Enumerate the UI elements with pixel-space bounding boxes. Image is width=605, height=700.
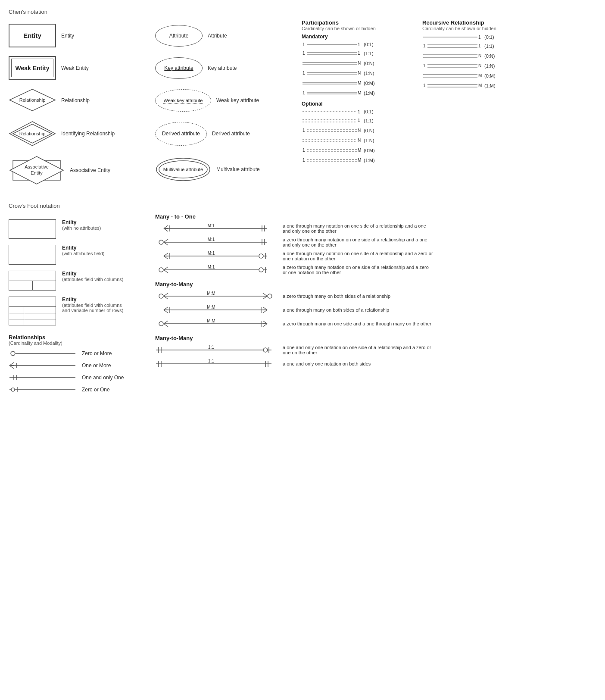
m1-diagram-3: M:1 — [155, 265, 276, 275]
svg-text:N: N — [478, 63, 481, 68]
mm-row-2: M:M a zero through many on one side and … — [155, 319, 596, 329]
svg-text:Multivalue attribute: Multivalue attribute — [163, 167, 203, 172]
rec-row-2: N (0:N) — [422, 52, 534, 60]
entity-label-inside: Entity — [23, 32, 41, 39]
svg-point-111 — [159, 268, 163, 272]
derived-attr-label: Derived attribute — [212, 131, 264, 137]
svg-text:1: 1 — [302, 51, 305, 56]
m1-diagram-0: M:1 — [155, 223, 276, 234]
multivalue-attr-shape: Multivalue attribute — [155, 157, 211, 181]
part-notation-0: (0:1) — [364, 42, 374, 47]
svg-text:1: 1 — [302, 148, 305, 153]
cf-entity-rows-sublabel: (attributes field with columns and varia… — [62, 303, 127, 313]
svg-text:1: 1 — [478, 35, 481, 40]
rel-zero-more: Zero or More — [9, 349, 142, 358]
rec-line-5: 1 M — [422, 81, 483, 90]
cf-entity-simple-shape — [9, 219, 56, 239]
mm-desc-2: a zero through many on one side and a on… — [283, 321, 431, 326]
svg-text:1: 1 — [423, 63, 426, 68]
zero-or-one-icon — [9, 385, 78, 394]
rel-zero-one: Zero or One — [9, 385, 142, 394]
weak-entity-row: Weak Entity Weak Entity — [9, 52, 155, 84]
opt-line-1: 1 — [302, 116, 362, 125]
svg-text:M:1: M:1 — [208, 251, 215, 256]
opt-row-2: 1 N (0:N) — [302, 126, 414, 135]
rec-notation-5: (1:M) — [484, 83, 496, 88]
cf-entity-cols-label: Entity — [62, 271, 123, 277]
derived-attr-shape: Derived attribute — [155, 122, 207, 146]
part-notation-2: (0:N) — [364, 61, 374, 66]
rel-one-more: One or More — [9, 361, 142, 370]
page-container: Chen's notation Entity Entity Weak Entit… — [9, 9, 596, 397]
svg-text:1: 1 — [358, 118, 360, 123]
svg-line-126 — [263, 296, 267, 299]
cf-entity-rows-shape — [9, 297, 56, 325]
participations-block: Participations Cardinality can be shown … — [302, 19, 414, 190]
svg-point-95 — [159, 240, 163, 244]
rec-row-0: 1 (0:1) — [422, 34, 534, 41]
crows-title: Crow's Foot notation — [9, 203, 596, 209]
rec-row-5: 1 M (1:M) — [422, 81, 534, 90]
attribute-label: Attribute — [208, 33, 259, 39]
attribute-inside: Attribute — [169, 33, 189, 39]
svg-text:1: 1 — [423, 44, 426, 48]
svg-line-103 — [164, 253, 168, 256]
cf-entity-attr-label-block: Entity (with attributes field) — [62, 245, 104, 256]
svg-line-76 — [9, 362, 14, 366]
cf-entity-rows-label-block: Entity (attributes field with columns an… — [62, 297, 127, 313]
svg-text:1:1: 1:1 — [208, 359, 214, 363]
svg-line-141 — [164, 324, 168, 327]
svg-line-120 — [164, 293, 168, 296]
m1-diagram-1: M:1 — [155, 237, 276, 247]
rec-line-3: 1 N — [422, 62, 483, 70]
svg-text:1: 1 — [358, 109, 360, 114]
mm-desc-0: a zero through many on both sides of a r… — [283, 294, 390, 299]
attribute-shape: Attribute — [155, 25, 203, 47]
svg-point-152 — [263, 348, 268, 352]
multivalue-attr-label: Multivalue attribute — [216, 166, 268, 172]
svg-text:M: M — [358, 81, 361, 85]
opt-row-0: 1 (0:1) — [302, 108, 414, 115]
oneone-diagram-1: 1:1 — [155, 359, 276, 369]
part-row-5: 1 M (1:M) — [302, 89, 414, 97]
opt-notation-0: (0:1) — [364, 109, 374, 114]
opt-notation-2: (0:N) — [364, 128, 374, 133]
recursive-block: Recursive Relationship Cardinality can b… — [422, 19, 534, 190]
opt-line-3: N — [302, 136, 362, 145]
svg-point-139 — [159, 322, 163, 326]
derived-attr-inside: Derived attribute — [162, 131, 200, 137]
part-line-2: N — [302, 59, 362, 68]
oneone-row-1: 1:1 a one and only one notation on both … — [155, 359, 596, 369]
cf-entity-simple-label-block: Entity (with no attributes) — [62, 219, 101, 231]
rec-row-1: 1 1 (1:1) — [422, 42, 534, 50]
one-and-only-one-icon — [9, 373, 78, 382]
svg-text:M: M — [478, 73, 482, 78]
assoc-entity-shape: Associative Entity — [9, 155, 65, 185]
svg-line-113 — [164, 270, 168, 273]
chens-attributes-col: Attribute Attribute Key attribute Key at… — [155, 19, 302, 190]
weak-entity-shape: Weak Entity — [9, 56, 56, 80]
identifying-relationship-label: Identifying Relationship — [61, 131, 115, 137]
svg-line-129 — [164, 307, 168, 310]
part-notation-1: (1:1) — [364, 51, 374, 56]
one-or-more-icon — [9, 361, 78, 370]
part-row-2: N (0:N) — [302, 59, 414, 68]
svg-point-84 — [11, 388, 15, 391]
part-row-1: 1 1 (1:1) — [302, 49, 414, 58]
rec-row-4: M (0:M) — [422, 72, 534, 80]
svg-text:Entity: Entity — [31, 170, 43, 175]
relationships-label: Relationships — [9, 334, 142, 341]
relationship-row: Relationship Relationship — [9, 84, 155, 116]
svg-line-145 — [263, 324, 267, 327]
many-to-many-title: Many-to-Many — [155, 281, 596, 288]
svg-point-108 — [259, 254, 263, 258]
svg-text:1:1: 1:1 — [208, 345, 214, 350]
relationship-shape: Relationship — [9, 88, 56, 112]
svg-text:M:M: M:M — [207, 291, 215, 296]
part-line-0: 1 1 — [302, 41, 362, 48]
svg-text:M: M — [358, 148, 361, 153]
rec-row-3: 1 N (1:N) — [422, 62, 534, 70]
identifying-relationship-shape: Relationship — [9, 121, 56, 147]
key-attribute-shape: Key attribute — [155, 57, 203, 79]
m1-desc-1: a zero through many notation on one side… — [283, 237, 433, 247]
